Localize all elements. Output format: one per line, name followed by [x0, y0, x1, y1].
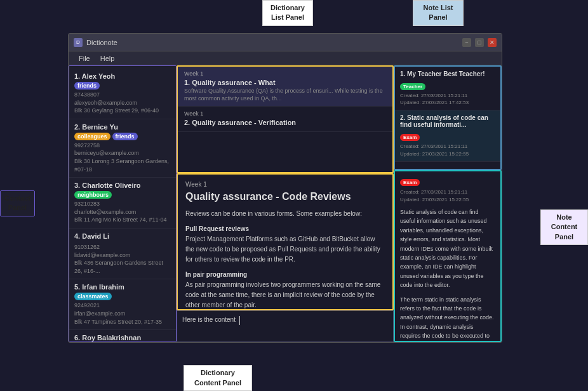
dict-item-title: 1. Quality assurance - What — [184, 79, 386, 86]
middle-area: Week 1 1. Quality assurance - What Softw… — [177, 65, 394, 342]
dict-content-week: Week 1 — [185, 181, 385, 188]
app-icon: D — [74, 38, 83, 47]
contact-panel: 1. Alex Yeoh friends 87438807alexyeoh@ex… — [69, 65, 177, 342]
window-controls: − □ ✕ — [462, 38, 497, 47]
input-label: Here is the content — [182, 316, 236, 323]
dict-list-panel-area[interactable]: Week 1 1. Quality assurance - What Softw… — [177, 65, 394, 173]
dict-item-preview: Software Quality Assurance (QA) is the p… — [184, 88, 386, 102]
contact-panel-label: ContactPanel — [0, 190, 35, 216]
menu-help[interactable]: Help — [95, 55, 120, 62]
contact-tag: friends — [112, 133, 138, 140]
contact-detail: 93210283charlotte@example.comBlk 11 Ang … — [74, 200, 171, 224]
contact-tags: colleaguesfriends — [74, 133, 171, 140]
contact-item[interactable]: 5. Irfan Ibrahim classmates 92492021irfa… — [69, 279, 176, 330]
note-item-title: 1. My Teacher Best Teacher! — [400, 70, 495, 77]
contact-item[interactable]: 2. Bernice Yu colleaguesfriends 99272758… — [69, 119, 176, 178]
note-list-item[interactable]: 2. Static analysis of code can find usef… — [395, 110, 500, 161]
contact-item[interactable]: 3. Charlotte Oliveiro neighbours 9321028… — [69, 178, 176, 229]
note-tag: Teacher — [400, 83, 425, 90]
contact-name: 3. Charlotte Oliveiro — [74, 182, 171, 189]
app-window: D Dictionote − □ ✕ File Help 1. Alex Yeo… — [68, 33, 502, 343]
contact-item[interactable]: 1. Alex Yeoh friends 87438807alexyeoh@ex… — [69, 69, 176, 119]
dict-week-label: Week 1 — [184, 110, 386, 117]
note-meta: Created: 27/03/2021 15:21:11Updated: 27/… — [400, 92, 495, 106]
contact-item[interactable]: 6. Roy Balakrishnan colleagues 92624417r… — [69, 330, 176, 342]
contact-tags: neighbours — [74, 191, 171, 199]
contact-name: 5. Irfan Ibrahim — [74, 283, 171, 291]
note-content-area[interactable]: Exam Created: 27/03/2021 15:21:11 Update… — [394, 170, 502, 342]
note-area: 1. My Teacher Best Teacher! Teacher Crea… — [394, 65, 502, 342]
note-list-panel-label: Note ListPanel — [413, 0, 464, 26]
contact-tag: classmates — [74, 293, 112, 300]
note-content-body: Static analysis of code can find useful … — [400, 208, 495, 342]
dict-content-area[interactable]: Week 1 Quality assurance - Code Reviews … — [177, 173, 394, 310]
contact-tags: friends — [74, 82, 171, 89]
note-list-area[interactable]: 1. My Teacher Best Teacher! Teacher Crea… — [394, 65, 502, 170]
dict-content-panel-label: DictionaryContent Panel — [184, 365, 252, 391]
input-cursor — [239, 316, 240, 325]
contact-tag: friends — [74, 82, 100, 89]
contact-detail: 91031262lidavid@example.comBlk 436 Seran… — [74, 243, 171, 275]
dict-item-title: 2. Quality assurance - Verification — [184, 119, 386, 126]
dict-list-item[interactable]: Week 1 2. Quality assurance - Verificati… — [178, 107, 392, 132]
contact-name: 4. David Li — [74, 232, 171, 240]
dict-list-panel-label: DictionaryList Panel — [262, 0, 313, 26]
menu-file[interactable]: File — [74, 55, 95, 62]
contact-name: 6. Roy Balakrishnan — [74, 334, 171, 341]
main-content: 1. Alex Yeoh friends 87438807alexyeoh@ex… — [69, 65, 502, 342]
minimize-button[interactable]: − — [462, 38, 471, 47]
note-meta: Created: 27/03/2021 15:21:11Updated: 27/… — [400, 143, 495, 157]
dict-list-item[interactable]: Week 1 1. Quality assurance - What Softw… — [178, 67, 392, 107]
note-tag: Exam — [400, 134, 420, 141]
dict-week-label: Week 1 — [184, 70, 386, 77]
close-button[interactable]: ✕ — [488, 38, 497, 47]
contact-tags: classmates — [74, 293, 171, 300]
contact-tag: neighbours — [74, 191, 112, 199]
maximize-button[interactable]: □ — [475, 38, 484, 47]
note-item-title: 2. Static analysis of code can find usef… — [400, 114, 495, 128]
contact-detail: 87438807alexyeoh@example.comBlk 30 Geyla… — [74, 91, 171, 115]
contact-detail: 92492021irfan@example.comBlk 47 Tampines… — [74, 302, 171, 326]
window-title: Dictionote — [86, 39, 462, 46]
menu-bar: File Help — [69, 51, 502, 65]
contact-name: 2. Bernice Yu — [74, 123, 171, 131]
title-bar: D Dictionote − □ ✕ — [69, 34, 502, 51]
note-content-tag: Exam — [400, 179, 420, 186]
note-content-panel-label: Note ContentPanel — [540, 209, 588, 245]
contact-name: 1. Alex Yeoh — [74, 72, 171, 80]
contact-detail: 99272758berniceyu@example.comBlk 30 Loro… — [74, 142, 171, 173]
dict-content-title: Quality assurance - Code Reviews — [185, 190, 385, 204]
note-list-item[interactable]: 1. My Teacher Best Teacher! Teacher Crea… — [395, 67, 500, 110]
dict-content-body: Reviews can be done in various forms. So… — [185, 209, 385, 310]
contact-item[interactable]: 4. David Li 91031262lidavid@example.comB… — [69, 229, 176, 279]
note-content-meta: Created: 27/03/2021 15:21:11 Updated: 27… — [400, 189, 495, 204]
input-area[interactable]: Here is the content — [177, 310, 394, 342]
contact-tag: colleagues — [74, 133, 110, 140]
